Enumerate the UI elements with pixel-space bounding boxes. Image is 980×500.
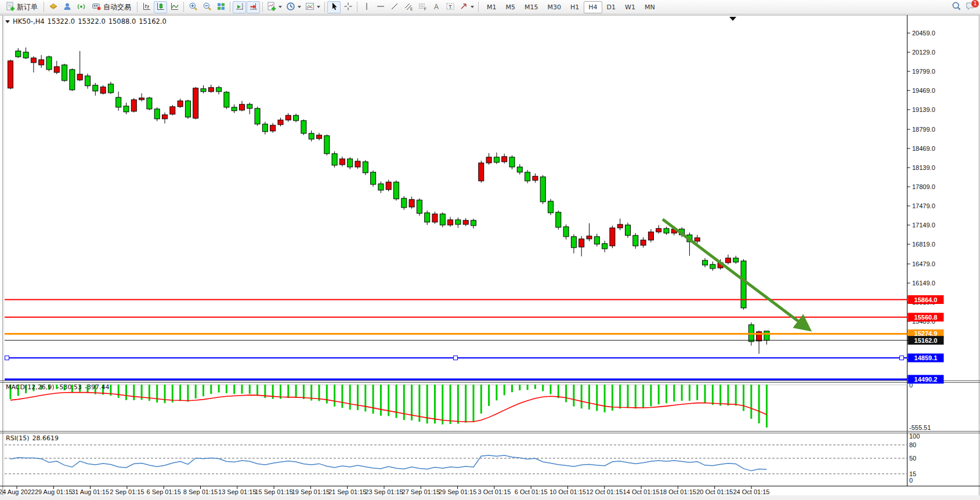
vertical-line-button[interactable] — [360, 1, 373, 13]
chevron-down-icon — [298, 6, 301, 8]
svg-text:24 Aug 2022: 24 Aug 2022 — [0, 488, 35, 495]
svg-text:15 Sep 01:15: 15 Sep 01:15 — [255, 488, 292, 495]
bar-chart-icon — [142, 2, 151, 13]
new-order-button[interactable]: 新订单 — [2, 1, 41, 13]
rsi-name: RSI(15) — [6, 434, 29, 442]
svg-text:18799.0: 18799.0 — [912, 126, 935, 133]
selection-handle[interactable] — [900, 356, 904, 360]
templates-button[interactable] — [303, 1, 322, 13]
indicators-add-icon — [267, 2, 276, 13]
svg-text:15162.0: 15162.0 — [914, 337, 938, 344]
svg-text:E: E — [410, 6, 413, 10]
svg-text:15560.8: 15560.8 — [914, 314, 938, 321]
line-chart-button[interactable] — [168, 1, 181, 13]
svg-text:12 Oct 01:15: 12 Oct 01:15 — [586, 488, 623, 495]
crosshair-icon — [343, 2, 353, 13]
fibonacci-icon: F — [418, 2, 427, 13]
ohlc-low: 15088.0 — [109, 17, 136, 26]
indicators-button[interactable] — [265, 1, 284, 13]
svg-text:17809.0: 17809.0 — [912, 183, 935, 190]
svg-text:-555.51: -555.51 — [909, 424, 931, 431]
chart-canvas[interactable]: 0-555.51100805015020459.020129.019799.01… — [0, 15, 980, 500]
candlestick-chart-button[interactable] — [154, 1, 167, 13]
cursor-arrow-icon — [330, 2, 339, 13]
bar-chart-button[interactable] — [140, 1, 153, 13]
svg-text:16819.0: 16819.0 — [912, 241, 935, 248]
text-icon: A — [432, 2, 441, 13]
timeframe-h4[interactable]: H4 — [584, 1, 602, 13]
text-label-button[interactable]: T — [443, 1, 457, 13]
toolbar-separator — [137, 2, 138, 12]
timeframe-m1[interactable]: M1 — [482, 1, 501, 13]
timeframe-toolbar: M1M5M15M30H1H4D1W1MN — [482, 1, 660, 13]
zoom-in-button[interactable] — [186, 1, 200, 13]
zoom-out-button[interactable] — [200, 1, 214, 13]
horizontal-line-button[interactable] — [374, 1, 387, 13]
text-label-icon: T — [446, 2, 455, 13]
crosshair-button[interactable] — [341, 1, 355, 13]
svg-text:10 Oct 01:15: 10 Oct 01:15 — [549, 488, 586, 495]
chart-shift-button[interactable] — [247, 1, 260, 13]
svg-text:3 Oct 01:15: 3 Oct 01:15 — [478, 488, 511, 495]
signals-button[interactable] — [74, 1, 88, 13]
ohlc-close: 15162.0 — [139, 17, 167, 26]
dropdown-triangle-icon[interactable] — [5, 20, 10, 23]
autotrading-label: 自动交易 — [103, 2, 131, 12]
price-axis[interactable]: 20459.020129.019799.019469.019139.018799… — [907, 30, 935, 382]
virtual-hosting-button[interactable] — [60, 1, 74, 13]
selection-handle[interactable] — [454, 356, 458, 360]
timeframe-h1[interactable]: H1 — [566, 1, 584, 13]
svg-text:19 Sep 01:15: 19 Sep 01:15 — [292, 488, 330, 495]
svg-text:20129.0: 20129.0 — [912, 49, 935, 56]
trendline-icon — [390, 2, 399, 13]
chat-button[interactable]: 1 — [964, 1, 978, 13]
periods-button[interactable] — [284, 1, 303, 13]
toolbar-separator — [324, 2, 325, 12]
clock-icon — [286, 2, 295, 13]
autotrading-button[interactable]: 自动交易 — [88, 1, 135, 13]
svg-text:20 Oct 01:15: 20 Oct 01:15 — [696, 488, 733, 495]
timeframe-d1[interactable]: D1 — [602, 1, 620, 13]
svg-text:20459.0: 20459.0 — [912, 30, 935, 37]
selection-handle[interactable] — [5, 356, 9, 360]
symbol-period: HK50-,H4 — [13, 17, 45, 26]
trend-arrow-object[interactable] — [663, 219, 808, 328]
search-button[interactable] — [950, 1, 963, 13]
timeframe-mn[interactable]: MN — [640, 1, 660, 13]
svg-text:23 Sep 01:15: 23 Sep 01:15 — [365, 488, 403, 495]
svg-text:14490.2: 14490.2 — [914, 376, 938, 383]
auto-scroll-button[interactable] — [233, 1, 246, 13]
svg-text:80: 80 — [909, 441, 916, 448]
tile-windows-button[interactable] — [214, 1, 227, 13]
macd-name: MACD(12,26,9) — [6, 383, 55, 391]
horizontal-line-14859.1[interactable] — [5, 356, 907, 360]
rsi-label: RSI(15) 28.6619 — [6, 434, 59, 442]
svg-text:19799.0: 19799.0 — [912, 68, 935, 75]
timeframe-w1[interactable]: W1 — [620, 1, 640, 13]
svg-text:19469.0: 19469.0 — [912, 87, 935, 94]
timeframe-m5[interactable]: M5 — [501, 1, 520, 13]
auto-scroll-icon — [235, 2, 244, 13]
svg-text:24 Oct 01:15: 24 Oct 01:15 — [733, 488, 770, 495]
svg-text:18139.0: 18139.0 — [912, 164, 935, 171]
timeframe-m15[interactable]: M15 — [520, 1, 543, 13]
fibonacci-button[interactable]: F — [415, 1, 429, 13]
price-axis-badges: 15864.015560.815274.915162.014859.114490… — [908, 295, 944, 383]
channel-icon: E — [404, 2, 413, 13]
svg-text:17479.0: 17479.0 — [912, 202, 935, 209]
svg-text:100: 100 — [909, 433, 920, 440]
wallet-button[interactable] — [46, 1, 60, 13]
macd-label: MACD(12,26,9) -530.53 -397.44 — [6, 383, 109, 391]
svg-text:17149.0: 17149.0 — [912, 222, 935, 229]
arrows-button[interactable] — [457, 1, 476, 13]
chart-shift-marker — [729, 17, 736, 21]
time-axis[interactable]: 24 Aug 202229 Aug 01:1531 Aug 01:152 Sep… — [0, 486, 770, 495]
search-icon — [952, 1, 961, 13]
timeframe-m30[interactable]: M30 — [543, 1, 566, 13]
text-button[interactable]: A — [429, 1, 443, 13]
macd-indicator: 0-555.51 — [5, 382, 931, 431]
equidistant-channel-button[interactable]: E — [402, 1, 415, 13]
trendline-button[interactable] — [388, 1, 401, 13]
cursor-button[interactable] — [327, 1, 341, 13]
toolbar-separator — [183, 2, 184, 12]
